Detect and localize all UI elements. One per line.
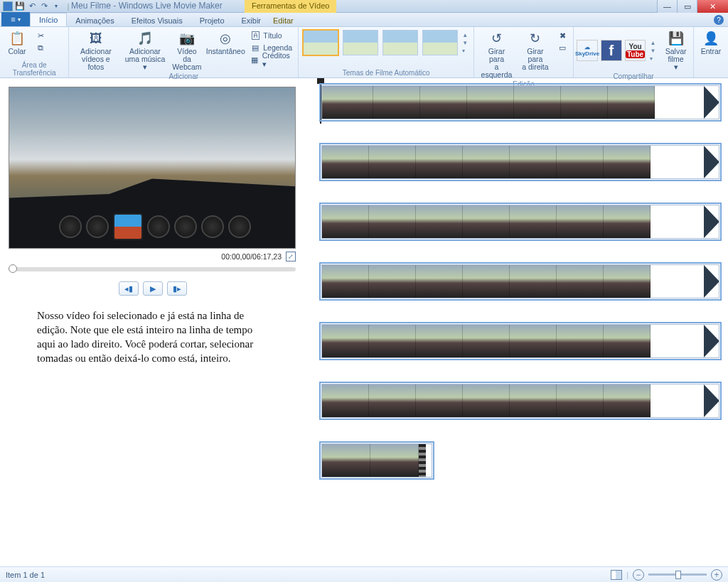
save-movie-button[interactable]: 💾 Salvar filme ▾: [661, 28, 690, 72]
share-scroll[interactable]: ▲▼▾: [648, 40, 658, 62]
rotate-right-icon: ↻: [527, 30, 544, 47]
rotate-left-button[interactable]: ↺ Girar para a esquerda: [477, 28, 516, 80]
share-skydrive-button[interactable]: ☁SkyDrive: [577, 40, 598, 61]
tab-efeitos[interactable]: Efeitos Visuais: [123, 14, 191, 26]
time-display: 00:00,00/06:17,23: [221, 252, 282, 261]
theme-thumb-3[interactable]: [382, 30, 418, 55]
delete-icon: ✖: [557, 31, 567, 41]
zoom-out-button[interactable]: −: [633, 569, 644, 581]
next-frame-button[interactable]: ▮▸: [167, 281, 187, 296]
seek-thumb[interactable]: [9, 264, 17, 273]
clip-strip-2[interactable]: [321, 145, 719, 179]
rotate-left-icon: ↺: [488, 30, 505, 47]
clip-frame: [322, 325, 369, 357]
view-mode-icon[interactable]: [611, 570, 622, 580]
snapshot-button[interactable]: ◎ Instantâneo: [205, 28, 246, 57]
clip-frame: [322, 86, 373, 119]
tab-inicio[interactable]: Início: [30, 13, 67, 26]
theme-thumb-2[interactable]: [343, 30, 378, 55]
copy-button[interactable]: ⧉: [34, 42, 47, 53]
clip-frame: [322, 444, 370, 477]
qat-save-icon[interactable]: 💾: [15, 1, 25, 11]
close-button[interactable]: ✕: [697, 0, 728, 13]
clip-frame: [373, 86, 420, 119]
clip-frame: [467, 86, 514, 119]
clip-strip-6[interactable]: [321, 384, 719, 418]
zoom-in-button[interactable]: +: [711, 569, 722, 581]
clip-frame: [416, 384, 463, 417]
caption-icon: ▤: [250, 43, 260, 53]
gauge-icon: [228, 215, 251, 238]
storyboard-pane[interactable]: [306, 78, 728, 566]
ribbon-tab-strip: ≡ Início Animações Efeitos Visuais Proje…: [0, 13, 728, 27]
play-button[interactable]: ▶: [143, 281, 163, 296]
prev-frame-button[interactable]: ◂▮: [119, 281, 139, 296]
file-menu-button[interactable]: ≡: [1, 12, 30, 26]
clip-frame: [463, 205, 510, 238]
qat-dropdown-icon[interactable]: ▾: [51, 1, 61, 11]
qat-undo-icon[interactable]: ↶: [27, 1, 37, 11]
credits-icon: ▦: [250, 55, 259, 65]
clip-strip-4[interactable]: [321, 264, 719, 298]
film-end-icon: [419, 444, 426, 477]
rotate-right-button[interactable]: ↻ Girar para a direita: [518, 28, 553, 72]
group-clipboard: 📋 Colar ✂ ⧉ Área de Transferência: [0, 27, 69, 77]
title-button[interactable]: 🄰Título: [249, 30, 294, 41]
photo-plus-icon: 🖼: [87, 30, 105, 47]
group-add: 🖼 Adicionar vídeos e fotos 🎵 Adicionar u…: [69, 27, 299, 77]
continue-arrow-icon: [704, 205, 719, 238]
theme-thumb-1[interactable]: [303, 30, 338, 55]
theme-thumb-4[interactable]: [422, 30, 458, 55]
save-movie-icon: 💾: [668, 30, 685, 47]
clip-frame: [463, 384, 510, 417]
continue-arrow-icon: [704, 384, 719, 417]
clip-frame: [510, 384, 557, 417]
clip-frame: [604, 384, 651, 417]
qat-redo-icon[interactable]: ↷: [39, 1, 49, 11]
share-facebook-button[interactable]: f: [601, 40, 622, 61]
clip-frame: [510, 146, 557, 178]
add-videos-button[interactable]: 🖼 Adicionar vídeos e fotos: [72, 28, 119, 72]
clip-frame: [510, 205, 557, 238]
clip-frame: [557, 146, 604, 178]
ribbon: 📋 Colar ✂ ⧉ Área de Transferência 🖼 Adic…: [0, 27, 728, 78]
music-icon: 🎵: [136, 30, 154, 47]
tab-animacoes[interactable]: Animações: [67, 14, 122, 26]
minimize-button[interactable]: —: [657, 0, 677, 13]
contextual-tab-label: Ferramentas de Vídeo: [245, 0, 336, 13]
add-music-button[interactable]: 🎵 Adicionar uma música ▾: [121, 28, 168, 72]
clip-strip-5[interactable]: [321, 324, 719, 358]
paste-button[interactable]: 📋 Colar: [3, 28, 31, 57]
maximize-button[interactable]: ▭: [677, 0, 697, 13]
clip-strip-end[interactable]: [321, 443, 432, 478]
clip-frame: [369, 384, 416, 417]
clip-strip-3[interactable]: [321, 205, 719, 239]
signin-button[interactable]: 👤 Entrar: [697, 28, 725, 57]
seek-bar[interactable]: [9, 267, 296, 271]
cut-button[interactable]: ✂: [34, 30, 47, 41]
delete-button[interactable]: ✖: [556, 30, 569, 41]
gauge-icon: [174, 215, 197, 238]
share-youtube-button[interactable]: YouTube: [625, 40, 646, 61]
help-icon[interactable]: ?: [714, 15, 724, 25]
zoom-thumb[interactable]: [675, 571, 681, 579]
qat-app-icon[interactable]: [3, 1, 13, 11]
title-bar: 💾 ↶ ↷ ▾ | Meu Filme - Windows Live Movie…: [0, 0, 728, 13]
attitude-indicator-icon: [113, 213, 143, 240]
clip-frame: [604, 205, 651, 238]
fullscreen-icon[interactable]: ⤢: [286, 252, 296, 262]
tab-editar[interactable]: Editar: [264, 14, 302, 26]
video-preview[interactable]: [9, 87, 296, 249]
credits-button[interactable]: ▦Créditos ▾: [249, 54, 294, 65]
group-label-themes: Temas de Filme Automático: [301, 69, 471, 77]
clip-frame: [322, 265, 369, 298]
zoom-slider[interactable]: [648, 573, 707, 576]
clip-frame: [608, 86, 655, 119]
tab-projeto[interactable]: Projeto: [191, 14, 233, 26]
main-area: 00:00,00/06:17,23 ⤢ ◂▮ ▶ ▮▸ Nosso vídeo …: [0, 78, 728, 566]
select-all-button[interactable]: ▭: [556, 42, 569, 53]
webcam-button[interactable]: 📷 Vídeo da Webcam: [171, 28, 204, 72]
clip-strip-1[interactable]: [321, 85, 719, 119]
status-bar: Item 1 de 1 | − +: [0, 566, 728, 582]
themes-scroll[interactable]: ▲▼▾: [461, 32, 471, 54]
